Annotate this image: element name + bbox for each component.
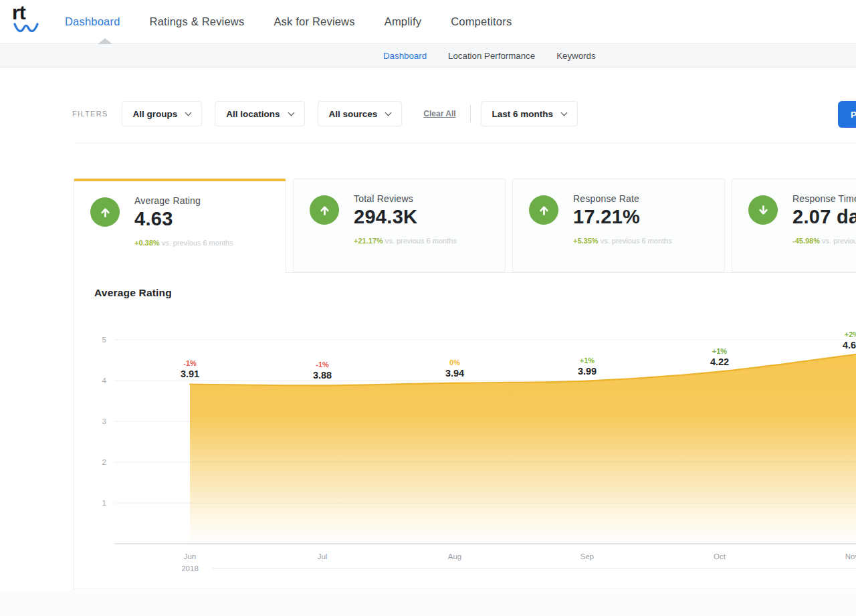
up-arrow-icon xyxy=(537,203,551,217)
y-axis-label: 2 xyxy=(102,458,106,466)
kpi-text: Average Rating4.63+0.38% vs. previous 6 … xyxy=(134,195,233,273)
date-range-dropdown[interactable]: Last 6 months xyxy=(481,101,578,126)
chart-title: Average Rating xyxy=(94,287,172,299)
x-axis-label: Jun xyxy=(184,552,197,560)
date-range-label: Last 6 months xyxy=(492,109,554,119)
main-nav-item-ask-for-reviews[interactable]: Ask for Reviews xyxy=(274,15,354,28)
sub-nav: DashboardLocation PerformanceKeywords xyxy=(0,44,856,68)
footer-strip xyxy=(0,590,856,616)
trend-circle xyxy=(529,195,558,225)
chevron-down-icon xyxy=(385,110,392,116)
kpi-title: Response Time xyxy=(792,193,856,204)
trend-circle xyxy=(310,195,339,225)
top-nav-bar: rt DashboardRatings & ReviewsAsk for Rev… xyxy=(0,0,856,43)
y-axis-label: 3 xyxy=(102,417,106,425)
point-value-label: 3.94 xyxy=(445,368,464,379)
brand-logo-text: rt xyxy=(12,3,44,23)
kpi-cards-row: Average Rating4.63+0.38% vs. previous 6 … xyxy=(74,179,856,273)
sub-nav-item-keywords[interactable]: Keywords xyxy=(556,51,595,61)
filter-dropdown-all-groups[interactable]: All groups xyxy=(122,101,203,126)
main-nav-item-competitors[interactable]: Competitors xyxy=(451,15,512,28)
kpi-change-percent: +0.38% xyxy=(134,239,160,247)
main-nav: DashboardRatings & ReviewsAsk for Review… xyxy=(65,0,512,43)
average-rating-chart: 54321-1%3.91-1%3.880%3.94+1%3.99+1%4.22+… xyxy=(74,306,856,582)
filters-label: FILTERS xyxy=(72,110,108,118)
kpi-change-suffix: vs. previous 6 months xyxy=(601,237,672,245)
trend-circle xyxy=(748,195,778,225)
chevron-down-icon xyxy=(288,110,294,116)
x-axis-label: Nov xyxy=(845,552,856,560)
filter-dropdowns: All groupsAll locationsAll sources xyxy=(122,101,415,126)
filter-dropdown-all-sources[interactable]: All sources xyxy=(318,101,403,126)
point-change-label: 0% xyxy=(449,358,460,367)
kpi-value: 17.21% xyxy=(573,206,672,228)
kpi-change: +21.17% vs. previous 6 months xyxy=(354,237,457,245)
filters-divider-bar xyxy=(470,105,471,122)
sub-nav-item-dashboard[interactable]: Dashboard xyxy=(383,51,427,61)
kpi-change: +5.35% vs. previous 6 months xyxy=(573,237,672,245)
trend-circle xyxy=(90,197,120,227)
point-value-label: 4.63 xyxy=(843,340,856,350)
sub-nav-item-location-performance[interactable]: Location Performance xyxy=(448,51,535,61)
kpi-text: Response Rate17.21%+5.35% vs. previous 6… xyxy=(573,193,672,272)
kpi-change-suffix: vs. previous 6 months xyxy=(822,237,856,245)
kpi-change: +0.38% vs. previous 6 months xyxy=(134,239,233,247)
y-axis-label: 5 xyxy=(102,336,106,344)
point-change-label: +2% xyxy=(845,330,856,338)
chevron-down-icon xyxy=(561,110,568,116)
kpi-change-percent: +21.17% xyxy=(354,237,383,245)
x-axis-year-label: 2018 xyxy=(181,564,199,573)
export-pdf-button[interactable]: PDF xyxy=(838,101,856,128)
kpi-value: 294.3K xyxy=(354,206,457,228)
y-axis-label: 4 xyxy=(102,377,107,385)
kpi-title: Total Reviews xyxy=(354,193,457,204)
point-change-label: +1% xyxy=(712,347,728,355)
filter-dropdown-label: All sources xyxy=(329,109,378,119)
y-axis-label: 1 xyxy=(102,499,106,507)
kpi-value: 2.07 days xyxy=(792,206,856,228)
x-axis-label: Sep xyxy=(580,552,594,560)
filter-dropdown-label: All groups xyxy=(133,109,178,119)
x-axis-label: Jul xyxy=(318,552,328,560)
kpi-text: Response Time2.07 days-45.98% vs. previo… xyxy=(792,193,856,272)
main-nav-item-dashboard[interactable]: Dashboard xyxy=(65,15,120,28)
main-nav-item-ratings-reviews[interactable]: Ratings & Reviews xyxy=(150,15,245,28)
point-value-label: 4.22 xyxy=(710,356,729,367)
kpi-card-average-rating[interactable]: Average Rating4.63+0.38% vs. previous 6 … xyxy=(74,179,286,273)
point-value-label: 3.99 xyxy=(578,366,597,377)
point-value-label: 3.91 xyxy=(181,369,199,379)
kpi-change-percent: +5.35% xyxy=(573,237,599,245)
x-axis-label: Aug xyxy=(448,552,461,560)
brand-logo[interactable]: rt xyxy=(12,3,44,40)
up-arrow-icon xyxy=(318,203,332,217)
point-change-label: +1% xyxy=(580,356,595,365)
point-change-label: -1% xyxy=(316,361,329,369)
kpi-change: -45.98% vs. previous 6 months xyxy=(792,237,856,245)
section-divider xyxy=(74,142,856,143)
point-change-label: -1% xyxy=(183,359,197,367)
kpi-change-suffix: vs. previous 6 months xyxy=(385,237,457,245)
filter-dropdown-label: All locations xyxy=(226,109,280,119)
kpi-card-response-rate[interactable]: Response Rate17.21%+5.35% vs. previous 6… xyxy=(512,179,725,272)
kpi-title: Average Rating xyxy=(134,195,233,206)
kpi-text: Total Reviews294.3K+21.17% vs. previous … xyxy=(354,193,457,272)
clear-all-link[interactable]: Clear All xyxy=(423,109,455,118)
kpi-title: Response Rate xyxy=(573,193,672,204)
kpi-change-suffix: vs. previous 6 months xyxy=(162,239,233,247)
point-value-label: 3.88 xyxy=(313,370,332,381)
main-nav-item-amplify[interactable]: Amplify xyxy=(385,15,422,28)
brand-swoosh-icon xyxy=(13,23,40,35)
down-arrow-icon xyxy=(756,203,770,217)
kpi-card-response-time[interactable]: Response Time2.07 days-45.98% vs. previo… xyxy=(732,179,856,272)
chart-panel: Average Rating 54321-1%3.91-1%3.880%3.94… xyxy=(74,272,856,589)
filter-dropdown-all-locations[interactable]: All locations xyxy=(215,101,304,126)
up-arrow-icon xyxy=(98,205,112,219)
active-nav-caret-icon xyxy=(98,38,112,44)
filters-bar: FILTERS All groupsAll locationsAll sourc… xyxy=(72,101,591,126)
x-axis-label: Oct xyxy=(714,552,726,560)
kpi-value: 4.63 xyxy=(134,208,233,230)
kpi-card-total-reviews[interactable]: Total Reviews294.3K+21.17% vs. previous … xyxy=(293,179,506,272)
chevron-down-icon xyxy=(185,110,192,116)
kpi-change-percent: -45.98% xyxy=(792,237,820,245)
